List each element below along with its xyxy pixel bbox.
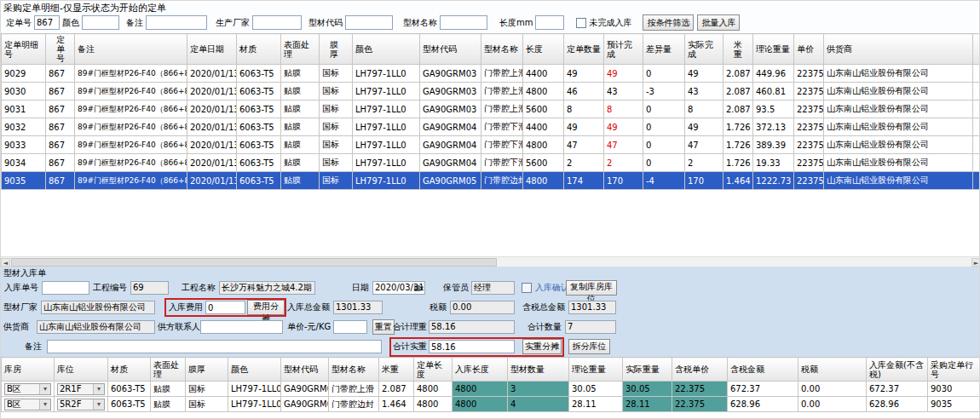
table-row[interactable]: 903186789#门框型材P26-F40（866+867）2020/01/13…	[2, 100, 980, 118]
profile-name-input[interactable]	[440, 15, 487, 30]
scroll-right-icon[interactable]: ►	[971, 258, 980, 267]
cell: 门带腔上滑	[481, 65, 523, 83]
chevron-down-icon[interactable]: ▾	[93, 399, 104, 410]
cell: 6063-T5	[237, 100, 281, 118]
filter-by-condition-button[interactable]: 按条件筛选	[643, 14, 694, 31]
location-combobox[interactable]: 5R2F▾	[57, 399, 105, 410]
scroll-left-icon[interactable]: ◄	[1, 258, 10, 267]
table-row[interactable]: 903586789#门框型材P26-F40（866+867）2020/01/13…	[2, 172, 980, 190]
cell: 49	[564, 118, 604, 136]
color-input[interactable]	[82, 15, 119, 30]
location-combobox[interactable]: 2R1F▾	[57, 383, 105, 395]
chevron-down-icon[interactable]: ▾	[93, 384, 104, 394]
cell: 867	[46, 100, 75, 118]
cell: 4800	[414, 382, 453, 397]
cell: 867	[46, 83, 75, 100]
cell: LH797-1LL0	[353, 65, 420, 83]
remark-input[interactable]	[146, 15, 207, 30]
cell: 6063-T5	[237, 154, 281, 172]
project-no-field: 69	[130, 281, 169, 295]
purchase-order-grid-area: 定单明细号定单号备注定单日期材质表面处理膜厚颜色型材代码型材名称长度定单数量预计…	[1, 33, 980, 267]
cell: 0	[643, 154, 685, 172]
factory-label: 型材厂家	[3, 301, 37, 314]
warehouse-combobox[interactable]: B区▾	[4, 399, 51, 410]
fee-input[interactable]	[205, 301, 245, 314]
column-header: 型材名称	[481, 34, 523, 65]
profile-code-input[interactable]	[345, 15, 393, 30]
total-qty-field: 7	[565, 320, 616, 334]
chevron-down-icon[interactable]: ▾	[39, 384, 50, 394]
cell: LH797-1LL0	[353, 83, 420, 100]
cell: 46	[564, 83, 604, 100]
project-no-label: 工程编号	[93, 281, 127, 295]
cell: 867	[46, 136, 75, 154]
column-header: 入库金额(不含税)	[867, 358, 928, 382]
reset-button[interactable]: 重置	[372, 319, 395, 335]
inbound-confirm-checkbox[interactable]	[522, 283, 532, 293]
column-header: 长度	[523, 34, 564, 65]
date-picker[interactable]: ▦▾ 2020/03/31	[372, 281, 425, 295]
table-row[interactable]: 903086789#门框型材P26-F40（866+867）2020/01/13…	[2, 83, 980, 100]
table-row[interactable]: B区▾5R2F▾6063-T5贴膜国标LH797-1LL0GA90GRM05门带…	[2, 397, 980, 412]
scrollbar-thumb[interactable]	[11, 258, 497, 267]
cost-allocate-button[interactable]: 费用分摊	[247, 300, 285, 315]
total-actual-input[interactable]	[429, 340, 515, 353]
weight-allocate-button[interactable]: 实重分摊	[522, 339, 562, 354]
cell: 4800	[414, 397, 453, 412]
cell: B区▾	[2, 382, 55, 397]
split-location-button[interactable]: 拆分库位	[568, 339, 610, 354]
column-header: 备注	[75, 34, 187, 65]
cell: 89#门框型材P26-F40（866+867）	[75, 136, 187, 154]
table-row[interactable]: 902986789#门框型材P26-F40（866+867）2020/01/13…	[2, 65, 980, 83]
cell: LH797-1LL0	[228, 397, 281, 412]
inbound-no-input[interactable]	[42, 281, 89, 295]
column-header: 定单长度	[414, 358, 453, 382]
cell: 170	[604, 172, 643, 190]
cell: 6063-T5	[108, 397, 151, 412]
cell: 672.37	[728, 382, 798, 397]
inbound-grid-area: 库房库位材质表面处理膜厚颜色型材代码型材名称米重定单长度入库长度型材数量理论重量…	[1, 357, 980, 412]
manufacturer-input[interactable]	[252, 15, 302, 30]
cell: 372.13	[753, 118, 794, 136]
contact-input[interactable]	[200, 320, 283, 334]
cell: 2	[685, 154, 723, 172]
cell: 2.087	[379, 382, 414, 397]
cell: 贴膜	[281, 83, 320, 100]
cell: 28.11	[623, 397, 672, 412]
cell: 0.00	[798, 382, 867, 397]
cell: 贴膜	[281, 118, 320, 136]
horizontal-scrollbar[interactable]: ◄ ►	[1, 256, 980, 267]
cell: 47	[564, 136, 604, 154]
filter-toolbar: 定单号 颜色 备注 生产厂家 型材代码 型材名称 长度mm 未完成入库 按条件筛…	[3, 14, 740, 32]
table-row[interactable]: B区▾2R1F▾6063-T5贴膜国标LH797-1LL0GA90GRM03门带…	[2, 382, 980, 397]
table-row[interactable]: 903486789#门框型材P26-F40（866+867）2020/01/13…	[2, 154, 980, 172]
cell: 19.33	[753, 154, 794, 172]
batch-inbound-button[interactable]: 批量入库	[697, 14, 740, 31]
chevron-down-icon[interactable]: ▾	[39, 399, 50, 410]
cell: 8	[564, 100, 604, 118]
column-header: 定单明细号	[2, 34, 46, 65]
cell: 49	[604, 118, 643, 136]
project-name-field: 长沙万科魅力之城4.2期	[219, 281, 315, 295]
cell	[973, 118, 980, 136]
inbound-remark-input[interactable]	[47, 340, 382, 353]
total-with-tax-field: 1301.33	[568, 301, 616, 314]
cell: GA90GRM03	[420, 83, 481, 100]
unfinished-inbound-checkbox[interactable]	[576, 18, 586, 28]
cell: 2020/01/13	[187, 154, 237, 172]
manufacturer-label: 生产厂家	[216, 17, 250, 29]
table-row[interactable]: 903286789#门框型材P26-F40（866+867）2020/01/13…	[2, 118, 980, 136]
total-theory-field: 58.16	[429, 320, 515, 334]
order-no-input[interactable]	[34, 15, 60, 30]
cell: 贴膜	[281, 65, 320, 83]
cell: 867	[46, 118, 75, 136]
cell: 1222.73	[753, 172, 794, 190]
copy-warehouse-button[interactable]: 复制库房库位	[566, 280, 617, 296]
cell: 门带腔上滑	[481, 83, 523, 100]
warehouse-combobox[interactable]: B区▾	[4, 383, 51, 395]
cell: 22375	[794, 172, 824, 190]
cell: 460.81	[753, 83, 794, 100]
length-input[interactable]	[535, 15, 564, 30]
table-row[interactable]: 903386789#门框型材P26-F40（866+867）2020/01/13…	[2, 136, 980, 154]
unit-price-input[interactable]	[333, 320, 367, 334]
